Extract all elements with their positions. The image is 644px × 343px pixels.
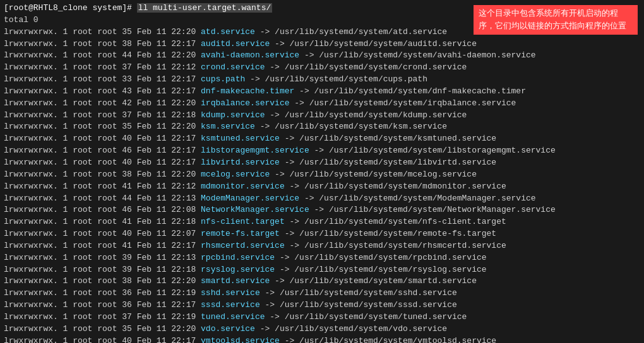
table-row: lrwxrwxrwx. 1 root root 38 Feb 11 22:17 … [4,38,640,50]
table-row: lrwxrwxrwx. 1 root root 40 Feb 11 22:17 … [4,335,640,343]
terminal: [root@RHTL8_clone system]# ll multi-user… [0,0,644,343]
table-row: lrwxrwxrwx. 1 root root 40 Feb 11 22:07 … [4,228,640,240]
table-row: lrwxrwxrwx. 1 root root 41 Feb 11 22:12 … [4,181,640,193]
prompt-command: ll multi-user.target.wants/ [137,3,273,13]
table-row: lrwxrwxrwx. 1 root root 39 Feb 11 22:18 … [4,264,640,276]
table-row: lrwxrwxrwx. 1 root root 40 Feb 11 22:17 … [4,157,640,169]
table-row: lrwxrwxrwx. 1 root root 40 Feb 11 22:17 … [4,133,640,145]
table-row: lrwxrwxrwx. 1 root root 37 Feb 11 22:19 … [4,311,640,323]
table-row: lrwxrwxrwx. 1 root root 44 Feb 11 22:13 … [4,193,640,205]
table-row: lrwxrwxrwx. 1 root root 35 Feb 11 22:20 … [4,121,640,133]
table-row: lrwxrwxrwx. 1 root root 41 Feb 11 22:18 … [4,216,640,228]
table-row: lrwxrwxrwx. 1 root root 46 Feb 11 22:17 … [4,145,640,157]
table-row: lrwxrwxrwx. 1 root root 41 Feb 11 22:17 … [4,240,640,252]
table-row: lrwxrwxrwx. 1 root root 37 Feb 11 22:18 … [4,110,640,122]
table-row: lrwxrwxrwx. 1 root root 36 Feb 11 22:17 … [4,299,640,311]
table-row: lrwxrwxrwx. 1 root root 38 Feb 11 22:20 … [4,169,640,181]
table-row: lrwxrwxrwx. 1 root root 39 Feb 11 22:13 … [4,252,640,264]
table-row: lrwxrwxrwx. 1 root root 44 Feb 11 22:20 … [4,50,640,62]
annotation-box: 这个目录中包含系统所有开机启动的程序，它们均以链接的方式指向程序的位置 [474,5,638,35]
table-row: lrwxrwxrwx. 1 root root 37 Feb 11 22:12 … [4,62,640,74]
table-row: lrwxrwxrwx. 1 root root 46 Feb 11 22:08 … [4,204,640,216]
table-row: lrwxrwxrwx. 1 root root 42 Feb 11 22:20 … [4,98,640,110]
table-row: lrwxrwxrwx. 1 root root 35 Feb 11 22:20 … [4,323,640,335]
prompt-user: [root@RHTL8_clone system]# [4,3,137,13]
table-row: lrwxrwxrwx. 1 root root 43 Feb 11 22:17 … [4,86,640,98]
table-row: lrwxrwxrwx. 1 root root 36 Feb 11 22:19 … [4,288,640,299]
table-row: lrwxrwxrwx. 1 root root 38 Feb 11 22:20 … [4,276,640,288]
file-list: lrwxrwxrwx. 1 root root 35 Feb 11 22:20 … [4,26,640,343]
table-row: lrwxrwxrwx. 1 root root 33 Feb 11 22:17 … [4,74,640,86]
